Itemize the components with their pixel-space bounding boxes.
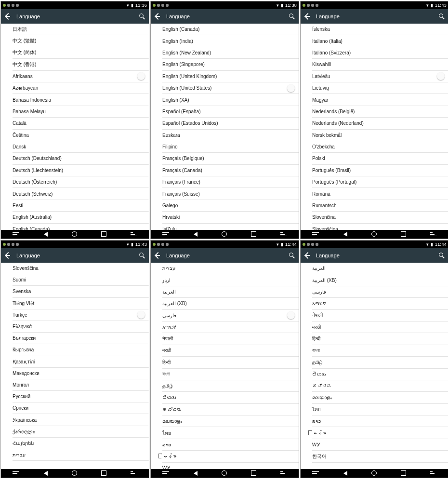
language-option[interactable]: Қазақ тілі — [13, 356, 149, 368]
language-list[interactable]: SlovenščinaSuomiSvenskaTiếng ViệtTürkçeΕ… — [1, 263, 149, 469]
language-option[interactable]: தமிழ் — [162, 380, 299, 392]
volume-down-icon[interactable] — [13, 471, 19, 476]
language-option[interactable]: Македонски — [13, 368, 149, 379]
language-option[interactable]: Rumantsch — [312, 200, 448, 212]
language-option[interactable]: فارسی — [162, 310, 299, 321]
language-option[interactable]: বাংলা — [162, 369, 299, 380]
language-option[interactable]: Eesti — [13, 200, 149, 212]
nav-recent-icon[interactable] — [401, 470, 407, 476]
language-option[interactable]: English (Canada) — [13, 224, 149, 230]
back-icon[interactable] — [304, 13, 310, 19]
language-option[interactable]: Nederlands (Nederland) — [312, 118, 448, 129]
language-option[interactable]: اردو — [162, 274, 299, 286]
language-option[interactable]: 中文 (繁體) — [13, 35, 149, 47]
nav-home-icon[interactable] — [222, 470, 227, 476]
language-option[interactable]: English (India) — [162, 35, 299, 47]
nav-back-icon[interactable] — [43, 231, 49, 237]
search-icon[interactable] — [289, 13, 295, 19]
language-option[interactable]: 日本語 — [13, 24, 149, 35]
volume-down-icon[interactable] — [162, 232, 169, 237]
language-option[interactable]: IsiZulu — [162, 224, 299, 230]
nav-back-icon[interactable] — [343, 470, 348, 476]
language-option[interactable]: Deutsch (Österreich) — [13, 176, 149, 188]
language-option[interactable]: Galego — [162, 200, 299, 212]
language-option[interactable]: Slovenčina — [312, 212, 448, 223]
language-option[interactable]: Кыргызча — [13, 344, 149, 356]
back-icon[interactable] — [155, 253, 160, 258]
language-option[interactable]: فارسی — [312, 286, 448, 298]
language-option[interactable]: English (United Kingdom) — [162, 71, 299, 82]
language-option[interactable]: Français (Canada) — [162, 165, 299, 176]
volume-down-icon[interactable] — [312, 232, 319, 237]
language-option[interactable]: Монгол — [13, 379, 149, 391]
language-option[interactable]: Español (España) — [162, 106, 299, 118]
language-option[interactable]: ລາວ — [312, 415, 448, 427]
nav-home-icon[interactable] — [72, 470, 78, 476]
search-icon[interactable] — [139, 253, 145, 258]
language-option[interactable]: العربية — [162, 286, 299, 298]
language-option[interactable]: नेपाली — [162, 333, 299, 345]
language-option[interactable]: Azərbaycan — [13, 82, 149, 94]
language-option[interactable]: Български — [13, 333, 149, 344]
language-option[interactable]: ລາວ — [162, 439, 299, 451]
language-option[interactable]: Deutsch (Schweiz) — [13, 188, 149, 200]
language-option[interactable]: English (Singapore) — [162, 59, 299, 70]
language-option[interactable]: አማርኛ — [162, 321, 299, 333]
language-option[interactable]: Italiano (Svizzera) — [312, 47, 448, 59]
language-option[interactable]: മലയാളം — [312, 392, 448, 403]
language-option[interactable]: Íslenska — [312, 24, 448, 35]
language-option[interactable]: Türkçe — [13, 309, 149, 321]
language-option[interactable]: English (New Zealand) — [162, 47, 299, 59]
language-option[interactable]: Slovenščina — [13, 263, 149, 274]
language-option[interactable]: ಕನ್ನಡ — [312, 380, 448, 392]
language-option[interactable]: አማርኛ — [312, 298, 448, 309]
language-option[interactable]: ไทย — [312, 404, 448, 415]
nav-home-icon[interactable] — [222, 231, 227, 237]
language-option[interactable]: 中文 (香港) — [13, 59, 149, 70]
language-option[interactable]: עברית — [162, 263, 299, 274]
language-option[interactable]: Filipino — [162, 141, 299, 153]
language-option[interactable]: Čeština — [13, 130, 149, 141]
nav-back-icon[interactable] — [43, 470, 49, 476]
language-option[interactable]: Dansk — [13, 141, 149, 153]
language-option[interactable]: Ελληνικά — [13, 321, 149, 333]
language-option[interactable]: Català — [13, 118, 149, 129]
language-option[interactable]: မြန်မာ — [162, 451, 299, 462]
language-list[interactable]: 日本語中文 (繁體)中文 (简体)中文 (香港)AfrikaansAzərbay… — [1, 24, 149, 230]
language-option[interactable]: עברית — [13, 449, 149, 461]
language-option[interactable]: नेपाली — [312, 310, 448, 321]
language-option[interactable]: ᎳᎩ — [162, 463, 299, 469]
language-list[interactable]: עבריתاردوالعربيةالعربية (XB)فارسیአማርኛनेप… — [151, 263, 299, 469]
language-option[interactable]: Svenska — [13, 286, 149, 297]
language-option[interactable]: Polski — [312, 153, 448, 164]
volume-up-icon[interactable] — [131, 232, 137, 237]
language-option[interactable]: मराठी — [312, 321, 448, 333]
language-option[interactable]: Русский — [13, 391, 149, 402]
language-option[interactable]: English (Australia) — [13, 212, 149, 223]
language-option[interactable]: Português (Portugal) — [312, 176, 448, 188]
back-icon[interactable] — [155, 13, 160, 19]
language-option[interactable]: Deutsch (Deutschland) — [13, 153, 149, 164]
language-option[interactable]: العربية (XB) — [312, 274, 448, 286]
language-option[interactable]: Magyar — [312, 94, 448, 106]
language-option[interactable]: ಕನ್ನಡ — [162, 404, 299, 415]
language-option[interactable]: Hrvatski — [162, 212, 299, 223]
volume-up-icon[interactable] — [430, 232, 437, 237]
search-icon[interactable] — [439, 13, 445, 19]
language-option[interactable]: 한국어 — [312, 451, 448, 462]
language-option[interactable]: తెలుగు — [162, 392, 299, 403]
search-icon[interactable] — [289, 253, 295, 258]
language-option[interactable]: Română — [312, 188, 448, 200]
language-option[interactable]: Kiswahili — [312, 59, 448, 70]
language-option[interactable]: తెలుగు — [312, 369, 448, 380]
language-option[interactable]: Norsk bokmål — [312, 130, 448, 141]
nav-back-icon[interactable] — [193, 470, 198, 476]
volume-down-icon[interactable] — [162, 471, 169, 476]
language-option[interactable]: Bahasa Indonesia — [13, 94, 149, 106]
nav-recent-icon[interactable] — [101, 231, 107, 237]
nav-recent-icon[interactable] — [251, 470, 257, 476]
language-option[interactable]: Suomi — [13, 274, 149, 286]
language-option[interactable]: Español (Estados Unidos) — [162, 118, 299, 129]
language-option[interactable]: বাংলা — [312, 345, 448, 357]
language-option[interactable]: English (United States) — [162, 82, 299, 94]
